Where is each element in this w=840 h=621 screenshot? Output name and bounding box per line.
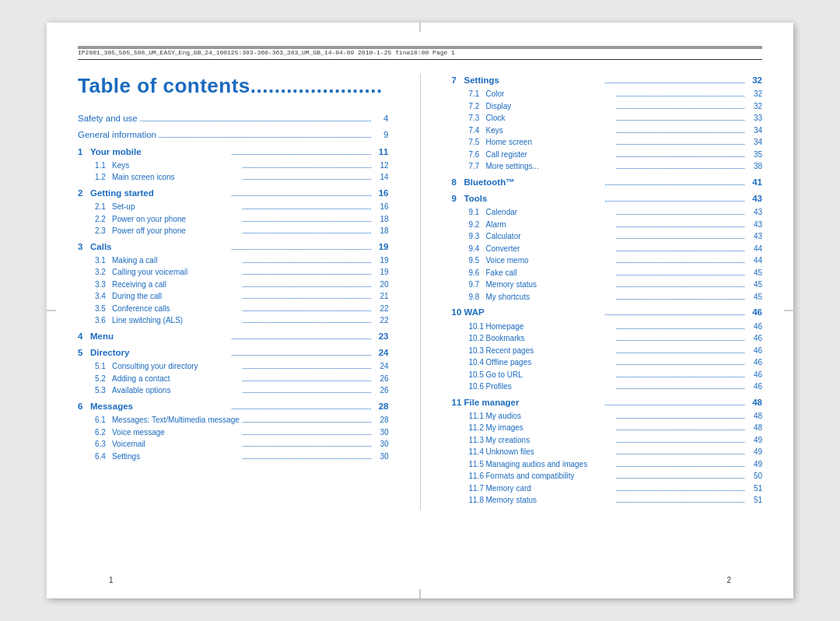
toc-sub-dots — [616, 328, 744, 329]
toc-sub-dots — [616, 388, 744, 389]
toc-dots — [605, 314, 744, 315]
toc-sub-page: 22 — [373, 303, 389, 315]
toc-sub-page: 16 — [373, 202, 389, 213]
toc-sub-label: Messages: Text/Multimedia message — [112, 415, 240, 426]
toc-sub-num: 11.5 — [469, 459, 486, 471]
toc-sub-page: 33 — [747, 113, 762, 125]
toc-sub-label: My images — [486, 423, 614, 434]
toc-section: 10WAP4610.1Homepage4610.2Bookmarks4610.3… — [452, 306, 763, 392]
toc-sub-label: Keys — [112, 160, 240, 172]
toc-sub-entry: 11.8Memory status51 — [452, 495, 763, 507]
toc-sub-num: 9.5 — [469, 255, 486, 267]
toc-sub-num: 7.2 — [469, 101, 486, 113]
toc-section-page: 16 — [373, 187, 389, 200]
center-mark-left — [47, 310, 56, 311]
toc-sub-num: 11.7 — [469, 483, 486, 495]
toc-section-page: 41 — [747, 176, 762, 189]
toc-sub-label: Formats and compatibility — [486, 471, 614, 482]
toc-sub-entry: 9.3Calculator43 — [452, 231, 763, 243]
toc-section-page: 11 — [373, 146, 389, 159]
toc-sub-page: 21 — [373, 291, 389, 303]
toc-sub-page: 26 — [373, 385, 389, 397]
toc-sub-page: 50 — [747, 471, 762, 482]
toc-sub-label: Calling your voicemail — [112, 267, 240, 279]
toc-sub-label: Converter — [486, 244, 614, 255]
toc-sub-label: Voice memo — [486, 255, 614, 267]
toc-sub-label: During the call — [112, 291, 240, 303]
toc-sub-label: Clock — [486, 113, 614, 125]
toc-sub-num: 5.3 — [95, 385, 112, 397]
toc-sub-label: Power on your phone — [112, 214, 240, 226]
toc-dots — [232, 249, 371, 250]
toc-sub-num: 2.2 — [95, 214, 112, 226]
toc-main-entry: 1Your mobile11 — [78, 146, 389, 159]
toc-sub-entry: 3.6Line switching (ALS)22 — [78, 315, 389, 327]
toc-sub-page: 30 — [373, 439, 389, 451]
toc-section-num: 8 — [452, 176, 463, 189]
toc-sub-dots — [616, 299, 744, 300]
toc-sub-num: 10.3 — [469, 346, 486, 357]
toc-sub-page: 46 — [747, 346, 762, 357]
toc-sub-num: 10.6 — [469, 381, 486, 393]
toc-sub-label: Receiving a call — [112, 279, 240, 291]
toc-sub-page: 46 — [747, 370, 762, 381]
toc-sub-dots — [243, 310, 371, 311]
toc-sub-dots — [616, 430, 744, 430]
toc-section-page: 43 — [747, 192, 762, 205]
right-sections: 7Settings327.1Color327.2Display327.3Cloc… — [452, 74, 763, 507]
toc-sub-dots — [243, 392, 371, 393]
toc-sub-dots — [616, 238, 744, 239]
toc-sub-page: 26 — [373, 374, 389, 385]
toc-sub-page: 44 — [747, 244, 762, 255]
toc-section-num: 4 — [78, 330, 89, 343]
toc-sub-dots — [243, 446, 371, 447]
toc-section-label: Settings — [464, 74, 604, 87]
toc-sub-num: 9.4 — [469, 244, 486, 255]
toc-sub-page: 46 — [747, 357, 762, 369]
toc-sub-page: 48 — [747, 411, 762, 423]
toc-section-page: 24 — [373, 346, 389, 360]
toc-main-entry: 3Calls19 — [78, 240, 389, 254]
toc-main-entry: 9Tools43 — [452, 192, 763, 205]
toc-section-page: 32 — [747, 74, 762, 87]
toc-sub-dots — [616, 364, 744, 365]
toc-sub-page: 51 — [747, 483, 762, 495]
toc-sub-num: 11.8 — [469, 495, 486, 507]
toc-section-label: Directory — [90, 346, 229, 360]
toc-sub-label: Unknown files — [486, 447, 614, 458]
toc-sub-label: Calendar — [486, 207, 614, 219]
toc-sub-entry: 7.5Home screen34 — [452, 137, 763, 149]
page-header: IP2801_305_505_508_UM_EASY_Eng_GB_24_100… — [78, 49, 762, 60]
toc-section-page: 48 — [747, 396, 762, 409]
toc-sub-label: My creations — [486, 435, 614, 447]
toc-main-entry: 11File manager48 — [452, 396, 763, 409]
toc-sub-num: 11.3 — [469, 435, 486, 447]
column-divider — [420, 74, 421, 510]
toc-sub-entry: 10.1Homepage46 — [452, 321, 763, 333]
toc-sub-entry: 7.6Call register35 — [452, 149, 763, 161]
toc-section-label: Calls — [90, 240, 229, 254]
toc-sub-dots — [616, 454, 744, 454]
toc-sub-dots — [616, 377, 744, 377]
toc-sub-entry: 7.1Color32 — [452, 89, 763, 100]
toc-sub-entry: 2.2Power on your phone18 — [78, 214, 389, 226]
toc-sub-dots — [243, 221, 371, 222]
toc-sub-entry: 11.7Memory card51 — [452, 483, 763, 495]
toc-sub-page: 32 — [747, 101, 762, 113]
toc-sub-num: 9.6 — [469, 268, 486, 279]
toc-title: Table of contents...................... — [78, 74, 389, 98]
toc-main-entry: 2Getting started16 — [78, 187, 389, 200]
toc-sub-dots — [616, 168, 744, 169]
toc-sub-page: 45 — [747, 279, 762, 291]
toc-sub-entry: 3.3Receiving a call20 — [78, 279, 389, 291]
toc-sub-label: Main screen icons — [112, 172, 240, 184]
toc-sub-page: 45 — [747, 268, 762, 279]
toc-sub-page: 49 — [747, 459, 762, 471]
toc-sub-dots — [243, 434, 371, 435]
toc-sub-num: 10.4 — [469, 357, 486, 369]
toc-sub-page: 49 — [747, 447, 762, 458]
toc-sub-dots — [616, 132, 744, 133]
toc-sub-num: 7.5 — [469, 137, 486, 149]
toc-sub-label: Voice message — [112, 427, 240, 439]
toc-sub-entry: 11.3My creations49 — [452, 435, 763, 447]
